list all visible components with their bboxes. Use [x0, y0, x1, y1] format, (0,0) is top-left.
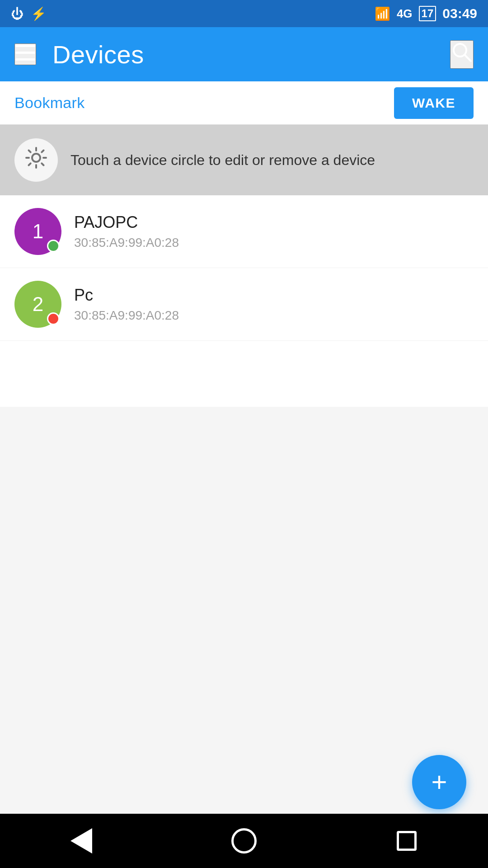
toolbar-row: Bookmark WAKE [0, 81, 488, 125]
device-avatar-wrapper-1: 1 [14, 208, 61, 255]
device-avatar-wrapper-2: 2 [14, 281, 61, 328]
device-info-1: PAJOPC 30:85:A9:99:A0:28 [74, 213, 179, 250]
wake-button[interactable]: WAKE [394, 87, 474, 119]
list-item[interactable]: 2 Pc 30:85:A9:99:A0:28 [0, 268, 488, 341]
recents-square-icon [397, 831, 417, 851]
back-button[interactable] [54, 823, 108, 859]
plus-icon: + [431, 769, 447, 796]
svg-line-4 [465, 55, 471, 61]
bolt-icon: ⚡ [31, 6, 47, 21]
app-bar-left: Devices [14, 40, 144, 69]
list-item[interactable]: 1 PAJOPC 30:85:A9:99:A0:28 [0, 195, 488, 268]
menu-button[interactable] [14, 43, 36, 65]
gear-icon [24, 146, 48, 175]
svg-rect-0 [15, 45, 35, 47]
status-bar-right-icons: 📶 4G 17 03:49 [375, 6, 477, 21]
device-info-2: Pc 30:85:A9:99:A0:28 [74, 286, 179, 323]
content-area: Bookmark WAKE Touch a device circle to e… [0, 81, 488, 814]
device-mac-2: 30:85:A9:99:A0:28 [74, 308, 179, 323]
device-number-2: 2 [33, 293, 43, 316]
hint-text: Touch a device circle to edit or remove … [70, 152, 375, 169]
bluetooth-icon: 📶 [375, 6, 390, 21]
svg-rect-1 [15, 52, 35, 54]
power-icon: ⏻ [11, 6, 23, 21]
clock: 03:49 [442, 6, 477, 21]
empty-area [0, 407, 488, 814]
svg-rect-2 [15, 58, 35, 61]
status-dot-offline-2 [47, 312, 60, 325]
device-number-1: 1 [33, 220, 43, 243]
recents-button[interactable] [380, 823, 434, 859]
status-bar-left-icons: ⏻ ⚡ [11, 6, 47, 21]
home-button[interactable] [217, 823, 271, 859]
hint-bar: Touch a device circle to edit or remove … [0, 125, 488, 195]
search-button[interactable] [450, 40, 474, 69]
device-name-2: Pc [74, 286, 179, 305]
nav-bar [0, 814, 488, 868]
bookmark-button[interactable]: Bookmark [14, 94, 84, 112]
signal-4g-icon: 4G [397, 7, 413, 21]
status-dot-online-1 [47, 240, 60, 252]
hint-gear-circle [14, 138, 58, 182]
fab-container: + [412, 755, 466, 809]
app-bar: Devices [0, 27, 488, 81]
battery-icon: 17 [419, 6, 436, 21]
home-circle-icon [231, 828, 257, 854]
device-mac-1: 30:85:A9:99:A0:28 [74, 236, 179, 250]
device-name-1: PAJOPC [74, 213, 179, 232]
device-list: 1 PAJOPC 30:85:A9:99:A0:28 2 Pc 30:85:A9… [0, 195, 488, 407]
svg-point-5 [32, 154, 40, 162]
status-bar: ⏻ ⚡ 📶 4G 17 03:49 [0, 0, 488, 27]
back-arrow-icon [70, 828, 92, 854]
add-device-button[interactable]: + [412, 755, 466, 809]
page-title: Devices [52, 40, 144, 69]
